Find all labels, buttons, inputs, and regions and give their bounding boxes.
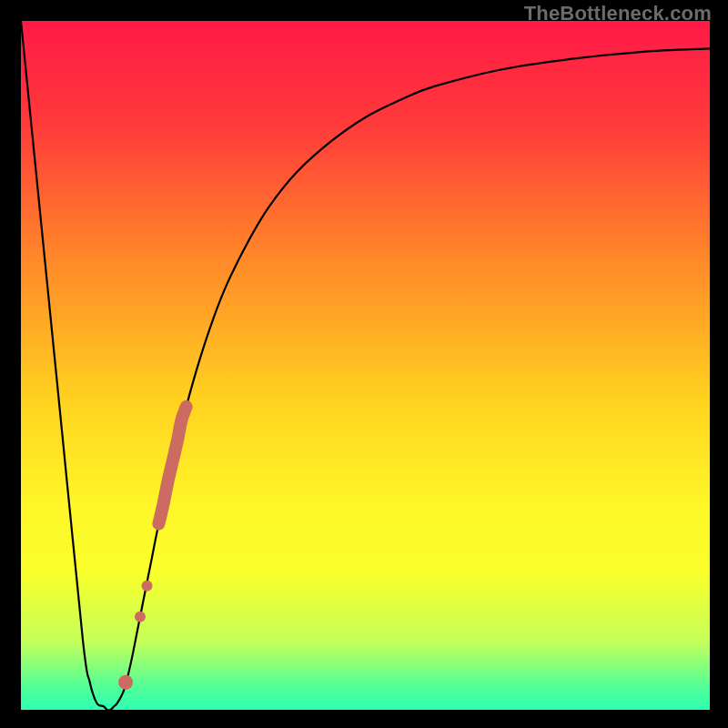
watermark-text: TheBottleneck.com [524, 2, 712, 25]
chart-frame: { "watermark": "TheBottleneck.com", "cha… [0, 0, 728, 728]
chart-background [21, 21, 710, 710]
highlight-dot [135, 612, 146, 622]
highlight-dot [142, 581, 153, 592]
highlight-dot [118, 675, 133, 690]
bottleneck-chart [21, 21, 710, 710]
